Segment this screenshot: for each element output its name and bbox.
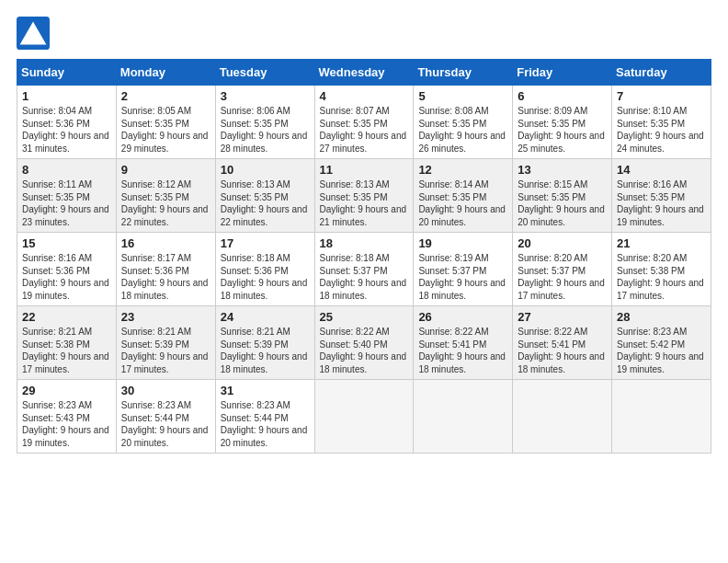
day-number: 25: [320, 310, 409, 324]
day-number: 30: [121, 384, 210, 397]
logo-icon: [17, 17, 50, 50]
day-number: 11: [320, 163, 409, 177]
day-number: 7: [617, 89, 706, 103]
header: [17, 17, 711, 50]
calendar-day-cell: 9Sunrise: 8:12 AMSunset: 5:35 PMDaylight…: [116, 159, 215, 233]
day-number: 14: [617, 163, 706, 177]
calendar-day-cell: 3Sunrise: 8:06 AMSunset: 5:35 PMDaylight…: [215, 86, 314, 159]
weekday-row: SundayMondayTuesdayWednesdayThursdayFrid…: [17, 60, 711, 86]
day-number: 22: [22, 310, 111, 324]
day-number: 26: [418, 310, 507, 324]
calendar-day-cell: [314, 380, 414, 454]
calendar-day-cell: 14Sunrise: 8:16 AMSunset: 5:35 PMDayligh…: [612, 159, 711, 233]
calendar-day-cell: 6Sunrise: 8:09 AMSunset: 5:35 PMDaylight…: [513, 86, 612, 159]
calendar-day-cell: 22Sunrise: 8:21 AMSunset: 5:38 PMDayligh…: [17, 306, 117, 380]
day-info: Sunrise: 8:22 AMSunset: 5:41 PMDaylight:…: [418, 326, 507, 375]
day-info: Sunrise: 8:18 AMSunset: 5:37 PMDaylight:…: [320, 252, 409, 302]
calendar-day-cell: 25Sunrise: 8:22 AMSunset: 5:40 PMDayligh…: [314, 306, 414, 380]
day-info: Sunrise: 8:05 AMSunset: 5:35 PMDaylight:…: [121, 105, 210, 155]
day-info: Sunrise: 8:16 AMSunset: 5:36 PMDaylight:…: [22, 252, 111, 302]
day-info: Sunrise: 8:21 AMSunset: 5:39 PMDaylight:…: [221, 326, 310, 375]
day-info: Sunrise: 8:17 AMSunset: 5:36 PMDaylight:…: [121, 252, 210, 302]
calendar-week-row: 29Sunrise: 8:23 AMSunset: 5:43 PMDayligh…: [17, 380, 711, 454]
calendar-day-cell: 21Sunrise: 8:20 AMSunset: 5:38 PMDayligh…: [612, 233, 711, 306]
calendar-day-cell: 31Sunrise: 8:23 AMSunset: 5:44 PMDayligh…: [215, 380, 314, 454]
day-number: 24: [221, 310, 310, 324]
day-info: Sunrise: 8:23 AMSunset: 5:44 PMDaylight:…: [121, 399, 210, 449]
calendar-week-row: 8Sunrise: 8:11 AMSunset: 5:35 PMDaylight…: [17, 159, 711, 233]
calendar-day-cell: 20Sunrise: 8:20 AMSunset: 5:37 PMDayligh…: [513, 233, 612, 306]
day-info: Sunrise: 8:07 AMSunset: 5:35 PMDaylight:…: [320, 105, 409, 155]
day-info: Sunrise: 8:18 AMSunset: 5:36 PMDaylight:…: [221, 252, 310, 302]
day-info: Sunrise: 8:12 AMSunset: 5:35 PMDaylight:…: [121, 178, 210, 228]
weekday-header-thursday: Thursday: [414, 60, 513, 86]
calendar-day-cell: 12Sunrise: 8:14 AMSunset: 5:35 PMDayligh…: [414, 159, 513, 233]
calendar-day-cell: 26Sunrise: 8:22 AMSunset: 5:41 PMDayligh…: [414, 306, 513, 380]
day-info: Sunrise: 8:22 AMSunset: 5:40 PMDaylight:…: [320, 326, 409, 375]
day-info: Sunrise: 8:13 AMSunset: 5:35 PMDaylight:…: [221, 178, 310, 228]
calendar-day-cell: 8Sunrise: 8:11 AMSunset: 5:35 PMDaylight…: [17, 159, 117, 233]
weekday-header-wednesday: Wednesday: [314, 60, 414, 86]
day-number: 5: [418, 89, 507, 103]
calendar-week-row: 22Sunrise: 8:21 AMSunset: 5:38 PMDayligh…: [17, 306, 711, 380]
calendar-day-cell: 1Sunrise: 8:04 AMSunset: 5:36 PMDaylight…: [17, 86, 117, 159]
day-info: Sunrise: 8:11 AMSunset: 5:35 PMDaylight:…: [22, 178, 111, 228]
day-info: Sunrise: 8:23 AMSunset: 5:42 PMDaylight:…: [617, 326, 706, 375]
day-info: Sunrise: 8:09 AMSunset: 5:35 PMDaylight:…: [518, 105, 607, 155]
day-info: Sunrise: 8:04 AMSunset: 5:36 PMDaylight:…: [22, 105, 111, 155]
day-info: Sunrise: 8:22 AMSunset: 5:41 PMDaylight:…: [518, 326, 607, 375]
day-number: 21: [617, 236, 706, 250]
calendar-day-cell: [513, 380, 612, 454]
calendar-header: SundayMondayTuesdayWednesdayThursdayFrid…: [17, 60, 711, 86]
calendar-day-cell: 18Sunrise: 8:18 AMSunset: 5:37 PMDayligh…: [314, 233, 414, 306]
calendar-day-cell: 19Sunrise: 8:19 AMSunset: 5:37 PMDayligh…: [414, 233, 513, 306]
day-number: 12: [418, 163, 507, 177]
calendar-day-cell: 11Sunrise: 8:13 AMSunset: 5:35 PMDayligh…: [314, 159, 414, 233]
calendar-day-cell: 28Sunrise: 8:23 AMSunset: 5:42 PMDayligh…: [612, 306, 711, 380]
day-info: Sunrise: 8:19 AMSunset: 5:37 PMDaylight:…: [418, 252, 507, 302]
day-number: 18: [320, 236, 409, 250]
day-number: 20: [518, 236, 607, 250]
day-info: Sunrise: 8:20 AMSunset: 5:38 PMDaylight:…: [617, 252, 706, 302]
day-number: 28: [617, 310, 706, 324]
day-number: 27: [518, 310, 607, 324]
day-number: 2: [121, 89, 210, 103]
calendar-day-cell: 5Sunrise: 8:08 AMSunset: 5:35 PMDaylight…: [414, 86, 513, 159]
calendar-day-cell: 2Sunrise: 8:05 AMSunset: 5:35 PMDaylight…: [116, 86, 215, 159]
calendar-day-cell: [612, 380, 711, 454]
page: SundayMondayTuesdayWednesdayThursdayFrid…: [0, 0, 728, 463]
day-info: Sunrise: 8:10 AMSunset: 5:35 PMDaylight:…: [617, 105, 706, 155]
day-info: Sunrise: 8:14 AMSunset: 5:35 PMDaylight:…: [418, 178, 507, 228]
weekday-header-saturday: Saturday: [612, 60, 711, 86]
day-number: 23: [121, 310, 210, 324]
calendar-day-cell: 7Sunrise: 8:10 AMSunset: 5:35 PMDaylight…: [612, 86, 711, 159]
day-number: 10: [221, 163, 310, 177]
calendar-day-cell: 30Sunrise: 8:23 AMSunset: 5:44 PMDayligh…: [116, 380, 215, 454]
day-number: 6: [518, 89, 607, 103]
day-number: 29: [22, 384, 111, 397]
day-info: Sunrise: 8:08 AMSunset: 5:35 PMDaylight:…: [418, 105, 507, 155]
day-info: Sunrise: 8:21 AMSunset: 5:38 PMDaylight:…: [22, 326, 111, 375]
calendar-day-cell: 4Sunrise: 8:07 AMSunset: 5:35 PMDaylight…: [314, 86, 414, 159]
calendar-table: SundayMondayTuesdayWednesdayThursdayFrid…: [17, 59, 711, 454]
day-number: 9: [121, 163, 210, 177]
calendar-week-row: 1Sunrise: 8:04 AMSunset: 5:36 PMDaylight…: [17, 86, 711, 159]
day-info: Sunrise: 8:20 AMSunset: 5:37 PMDaylight:…: [518, 252, 607, 302]
day-info: Sunrise: 8:15 AMSunset: 5:35 PMDaylight:…: [518, 178, 607, 228]
weekday-header-sunday: Sunday: [17, 60, 117, 86]
calendar-day-cell: 17Sunrise: 8:18 AMSunset: 5:36 PMDayligh…: [215, 233, 314, 306]
calendar-day-cell: 13Sunrise: 8:15 AMSunset: 5:35 PMDayligh…: [513, 159, 612, 233]
day-number: 16: [121, 236, 210, 250]
day-number: 4: [320, 89, 409, 103]
calendar-day-cell: 29Sunrise: 8:23 AMSunset: 5:43 PMDayligh…: [17, 380, 117, 454]
day-number: 3: [221, 89, 310, 103]
calendar-day-cell: 10Sunrise: 8:13 AMSunset: 5:35 PMDayligh…: [215, 159, 314, 233]
weekday-header-monday: Monday: [116, 60, 215, 86]
calendar-body: 1Sunrise: 8:04 AMSunset: 5:36 PMDaylight…: [17, 86, 711, 454]
day-info: Sunrise: 8:16 AMSunset: 5:35 PMDaylight:…: [617, 178, 706, 228]
day-info: Sunrise: 8:13 AMSunset: 5:35 PMDaylight:…: [320, 178, 409, 228]
weekday-header-tuesday: Tuesday: [215, 60, 314, 86]
day-number: 13: [518, 163, 607, 177]
day-number: 1: [22, 89, 111, 103]
calendar-day-cell: 15Sunrise: 8:16 AMSunset: 5:36 PMDayligh…: [17, 233, 117, 306]
